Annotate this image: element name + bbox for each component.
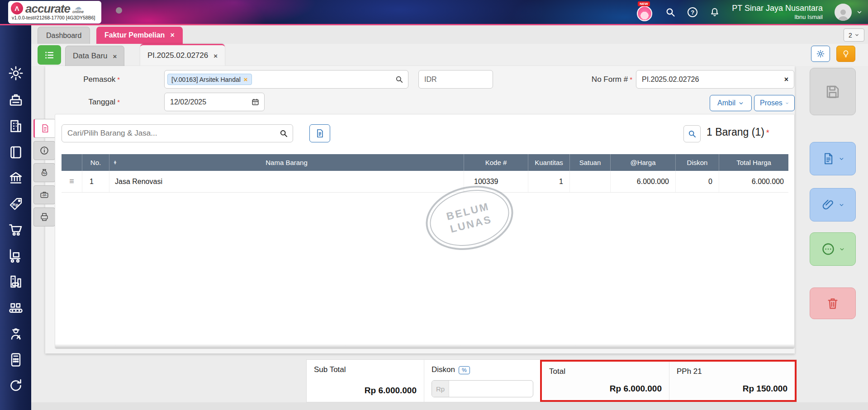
ambil-button[interactable]: Ambil [710, 95, 752, 111]
tab-data-baru[interactable]: Data Baru × [65, 46, 124, 66]
tanggal-input[interactable] [164, 93, 265, 111]
pemasok-label: Pemasok* [29, 75, 120, 84]
manufacture-conveyor-icon[interactable] [8, 300, 24, 316]
company-building-icon[interactable] [8, 118, 24, 134]
header-decor-dot [116, 7, 122, 14]
table-row[interactable]: ≡ 1 Jasa Renovasi 100339 1 6.000.000 0 6… [62, 171, 788, 193]
row-total-harga: 6.000.000 [719, 171, 788, 192]
search-icon[interactable] [665, 7, 676, 18]
tanggal-text-input[interactable] [165, 98, 251, 106]
side-tab-info[interactable] [33, 141, 55, 160]
svg-text:Rp: Rp [13, 202, 19, 207]
tab-invoice-number[interactable]: PI.2025.02.02726 × [140, 44, 225, 66]
tab-faktur-label: Faktur Pembelian [104, 31, 165, 39]
window-tab-bar: Dashboard Faktur Pembelian × 2 [31, 25, 868, 44]
item-search-input[interactable] [62, 129, 279, 138]
currency-field [418, 70, 493, 89]
fixed-asset-icon[interactable] [8, 273, 24, 290]
no-form-input[interactable]: × [636, 70, 794, 89]
delete-button[interactable] [810, 287, 856, 319]
subtotal-value: Rp 6.000.000 [365, 386, 417, 396]
brand-name: accurate [25, 3, 70, 14]
user-avatar[interactable] [835, 4, 852, 21]
pemasok-search-icon[interactable] [395, 75, 403, 84]
sort-icon[interactable]: ▲▼ [113, 160, 117, 165]
accurate-logo-icon: Λ [11, 2, 23, 14]
header-total-harga: Total Harga [719, 154, 788, 171]
row-drag-handle[interactable]: ≡ [62, 171, 82, 192]
header-harga: @Harga [610, 154, 675, 171]
notification-bell-icon[interactable] [709, 7, 720, 18]
tab-dashboard[interactable]: Dashboard [38, 27, 90, 44]
print-document-button[interactable] [810, 142, 856, 175]
calculator-icon[interactable] [8, 352, 24, 368]
brand-sub: online [72, 10, 84, 14]
bank-icon[interactable] [8, 170, 24, 186]
services-captain-icon[interactable] [8, 325, 24, 342]
list-view-button[interactable] [38, 45, 61, 65]
new-badge: NEW [638, 1, 650, 6]
attachment-chevron-down-icon [839, 202, 844, 208]
form-settings-button[interactable] [811, 46, 830, 62]
item-lookup-button[interactable] [683, 125, 701, 142]
settings-icon[interactable] [8, 65, 24, 81]
tab-overflow-count[interactable]: 2 [844, 28, 864, 42]
print-chevron-down-icon [839, 156, 844, 162]
diskon-percent-toggle[interactable]: % [459, 366, 470, 374]
mascot-assistant[interactable]: NEW [637, 3, 653, 21]
tab-faktur-pembelian[interactable]: Faktur Pembelian × [96, 27, 183, 44]
side-tab-down-payment-money[interactable]: Rp [33, 163, 55, 182]
row-harga: 6.000.000 [610, 171, 675, 192]
pph21-section: PPh 21 Rp 150.000 [669, 362, 795, 400]
cash-register-icon[interactable] [8, 92, 24, 108]
inventory-trolley-icon[interactable] [8, 248, 24, 264]
svg-text:Rp: Rp [43, 172, 46, 174]
tips-lightbulb-button[interactable] [836, 46, 855, 62]
mascot-avatar [637, 6, 652, 21]
no-form-text-input[interactable] [636, 75, 784, 84]
tab-invoice-close-icon[interactable]: × [213, 52, 218, 60]
tab-dashboard-label: Dashboard [46, 32, 81, 40]
no-form-label: No Form #* [542, 75, 632, 84]
sales-tag-icon[interactable]: Rp [8, 196, 24, 212]
row-nama-barang: Jasa Renovasi [109, 171, 464, 192]
proses-button[interactable]: Proses [754, 95, 795, 111]
tab-close-icon[interactable]: × [170, 31, 174, 39]
side-tab-documents[interactable] [33, 207, 55, 226]
save-button[interactable] [810, 68, 856, 115]
pemasok-chip-remove-icon[interactable]: × [244, 75, 248, 83]
tab-data-baru-label: Data Baru [73, 52, 108, 61]
calendar-icon[interactable] [251, 98, 260, 106]
help-icon[interactable]: ? [688, 7, 697, 17]
table-header-row: No. ▲▼ Nama Barang Kode # Kuantitas Satu… [62, 154, 788, 171]
attachment-button[interactable] [810, 188, 856, 221]
integration-sync-icon[interactable] [8, 377, 24, 394]
account-chevron-down-icon[interactable] [856, 9, 863, 15]
pemasok-text-input[interactable] [252, 75, 395, 84]
item-count: 1 Barang (1)* [707, 126, 769, 138]
item-search-icon[interactable] [279, 129, 288, 138]
subtotal-section: Sub Total Rp 6.000.000 [307, 360, 424, 402]
diskon-amount-input[interactable] [449, 385, 533, 393]
purchase-cart-icon[interactable] [8, 221, 24, 238]
horizontal-scrollbar[interactable] [55, 344, 794, 349]
brand-logo-card: Λ accurate ☁ online v1.0.0-test#21268-17… [8, 1, 101, 24]
no-form-clear-icon[interactable]: × [784, 75, 788, 84]
pph21-label: PPh 21 [677, 367, 787, 376]
pemasok-input[interactable]: [V.00163] Arsitek Handal × [164, 70, 408, 89]
diskon-input[interactable]: Rp [432, 380, 533, 397]
items-table: No. ▲▼ Nama Barang Kode # Kuantitas Satu… [62, 154, 788, 193]
total-value: Rp 6.000.000 [610, 384, 662, 394]
item-template-button[interactable] [309, 124, 330, 142]
tab-data-baru-close-icon[interactable]: × [113, 52, 117, 60]
app-root: NEW ? PT Sinar Jaya Nusantara Ibnu Ismai… [0, 0, 868, 410]
more-actions-button[interactable] [810, 232, 856, 266]
side-tab-invoice-detail[interactable] [33, 119, 55, 138]
side-tab-down-payment-case[interactable]: -DP- [33, 185, 55, 204]
diskon-section: Diskon% Rp [424, 360, 540, 402]
journal-book-icon[interactable] [8, 144, 24, 160]
currency-value [419, 75, 493, 84]
top-header: NEW ? PT Sinar Jaya Nusantara Ibnu Ismai… [0, 0, 868, 24]
item-search-box[interactable] [62, 124, 293, 142]
diskon-label: Diskon% [432, 365, 532, 374]
